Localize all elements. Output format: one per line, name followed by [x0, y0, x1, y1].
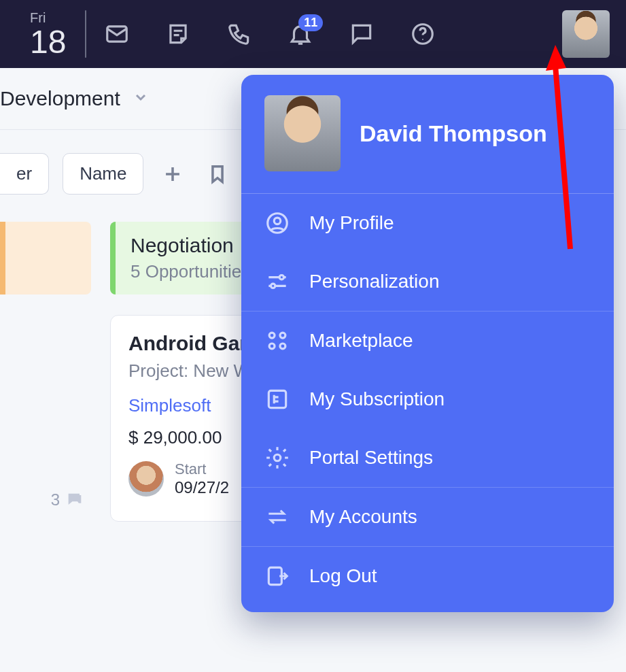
subscription-icon — [264, 386, 290, 412]
menu-item-subscription[interactable]: My Subscription — [241, 370, 614, 429]
user-menu-avatar — [264, 95, 341, 171]
menu-item-portal-settings[interactable]: Portal Settings — [241, 429, 614, 488]
svg-point-12 — [274, 454, 281, 461]
user-menu-name: David Thompson — [360, 120, 547, 147]
svg-point-7 — [269, 333, 275, 338]
notification-badge: 11 — [298, 14, 323, 31]
add-filter-button[interactable] — [157, 158, 188, 190]
logout-icon — [264, 563, 290, 589]
left-card-sliver: 3 — [0, 315, 91, 522]
gear-icon — [264, 445, 290, 471]
avatar-button[interactable] — [562, 10, 610, 58]
sliders-icon — [264, 269, 290, 295]
breadcrumb-label[interactable]: Development — [0, 87, 120, 110]
svg-point-5 — [279, 275, 283, 280]
bell-icon[interactable]: 11 — [288, 21, 313, 47]
svg-rect-11 — [268, 390, 285, 407]
chevron-down-icon[interactable] — [133, 87, 149, 110]
profile-icon — [264, 210, 290, 236]
top-bar: Fri 18 11 — [0, 0, 626, 68]
filter-chip-left[interactable]: er — [0, 153, 49, 195]
svg-point-4 — [274, 218, 281, 224]
switch-icon — [264, 504, 290, 530]
svg-point-2 — [422, 39, 423, 40]
avatar-image — [562, 10, 610, 58]
svg-point-8 — [280, 333, 285, 338]
chat-icon[interactable] — [349, 21, 375, 47]
menu-item-logout[interactable]: Log Out — [241, 547, 614, 605]
svg-point-9 — [269, 343, 275, 349]
comment-count[interactable]: 3 — [51, 490, 84, 509]
svg-point-10 — [280, 343, 285, 349]
main-area: Development er Name Negotiation 5 Opport… — [0, 68, 626, 672]
date-block: Fri 18 — [0, 10, 78, 58]
help-icon[interactable] — [410, 21, 436, 47]
menu-item-personalization[interactable]: Personalization — [241, 252, 614, 312]
mail-icon[interactable] — [104, 21, 130, 47]
filter-chip-name[interactable]: Name — [63, 153, 143, 195]
assignee-avatar[interactable] — [128, 461, 164, 497]
svg-point-6 — [271, 284, 275, 288]
phone-icon[interactable] — [226, 21, 252, 47]
start-label: Start — [175, 460, 229, 478]
apps-icon — [264, 328, 290, 354]
menu-item-profile[interactable]: My Profile — [241, 194, 614, 252]
start-date: 09/27/2 — [175, 478, 229, 497]
user-menu: David Thompson My Profile Personalizatio… — [241, 75, 614, 612]
bookmark-icon[interactable] — [202, 158, 233, 190]
column-header-left — [0, 222, 91, 295]
menu-item-marketplace[interactable]: Marketplace — [241, 312, 614, 370]
menu-item-accounts[interactable]: My Accounts — [241, 488, 614, 547]
divider — [85, 10, 86, 58]
date-day-number: 18 — [30, 26, 66, 58]
note-icon[interactable] — [165, 21, 191, 47]
